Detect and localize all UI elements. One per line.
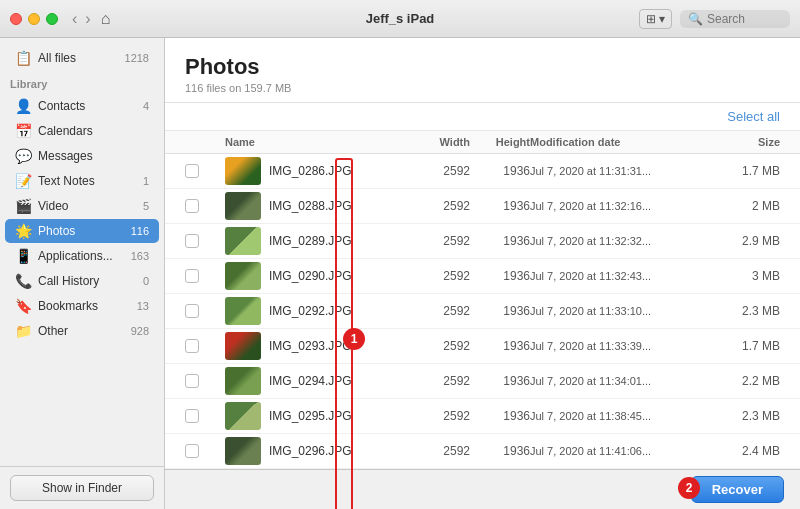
content-toolbar: Select all [165, 103, 800, 131]
thumbnail-7 [225, 402, 261, 430]
table-row[interactable]: IMG_0294.JPG 2592 1936 Jul 7, 2020 at 11… [165, 364, 800, 399]
applications-label: Applications... [38, 249, 131, 263]
table-row[interactable]: IMG_0290.JPG 2592 1936 Jul 7, 2020 at 11… [165, 259, 800, 294]
file-name-2: IMG_0289.JPG [269, 234, 352, 248]
table-row[interactable]: IMG_0289.JPG 2592 1936 Jul 7, 2020 at 11… [165, 224, 800, 259]
select-all-button[interactable]: Select all [727, 109, 780, 124]
checkbox-2[interactable] [185, 234, 199, 248]
sidebar-item-all-files[interactable]: 📋 All files 1218 [5, 46, 159, 70]
bookmarks-label: Bookmarks [38, 299, 137, 313]
sidebar-item-video[interactable]: 🎬 Video 5 [5, 194, 159, 218]
table-row[interactable]: IMG_0293.JPG 2592 1936 Jul 7, 2020 at 11… [165, 329, 800, 364]
col-header-size: Size [710, 136, 780, 148]
sidebar-bottom: Show in Finder [0, 466, 164, 509]
sidebar-item-photos[interactable]: 🌟 Photos 116 [5, 219, 159, 243]
maximize-button[interactable] [46, 13, 58, 25]
thumbnail-4 [225, 297, 261, 325]
cell-date-8: Jul 7, 2020 at 11:41:06... [530, 445, 710, 457]
row-checkbox-4[interactable] [185, 304, 225, 318]
title-bar: ‹ › ⌂ Jeff_s iPad ⊞ ▾ 🔍 [0, 0, 800, 38]
sidebar-item-bookmarks[interactable]: 🔖 Bookmarks 13 [5, 294, 159, 318]
title-right: ⊞ ▾ 🔍 [639, 9, 790, 29]
video-icon: 🎬 [15, 198, 31, 214]
cell-width-1: 2592 [410, 199, 470, 213]
window-title: Jeff_s iPad [366, 11, 435, 26]
checkbox-4[interactable] [185, 304, 199, 318]
photos-count: 116 [131, 225, 149, 237]
home-button[interactable]: ⌂ [101, 10, 111, 28]
checkbox-0[interactable] [185, 164, 199, 178]
checkbox-6[interactable] [185, 374, 199, 388]
close-button[interactable] [10, 13, 22, 25]
cell-size-5: 1.7 MB [710, 339, 780, 353]
back-button[interactable]: ‹ [70, 11, 79, 27]
thumbnail-2 [225, 227, 261, 255]
row-checkbox-3[interactable] [185, 269, 225, 283]
cell-height-1: 1936 [470, 199, 530, 213]
table-row[interactable]: IMG_0286.JPG 2592 1936 Jul 7, 2020 at 11… [165, 154, 800, 189]
table-row[interactable]: IMG_0296.JPG 2592 1936 Jul 7, 2020 at 11… [165, 434, 800, 469]
table-row[interactable]: IMG_0292.JPG 2592 1936 Jul 7, 2020 at 11… [165, 294, 800, 329]
cell-size-7: 2.3 MB [710, 409, 780, 423]
recover-button[interactable]: Recover [691, 476, 784, 503]
col-header-height: Height [470, 136, 530, 148]
search-input[interactable] [707, 12, 787, 26]
sidebar-scroll-area: 📋 All files 1218 Library 👤 Contacts 4 📅 … [0, 38, 164, 466]
traffic-lights [10, 13, 58, 25]
row-checkbox-2[interactable] [185, 234, 225, 248]
search-icon: 🔍 [688, 12, 703, 26]
col-header-width: Width [410, 136, 470, 148]
page-title: Photos [185, 54, 780, 80]
cell-height-6: 1936 [470, 374, 530, 388]
checkbox-7[interactable] [185, 409, 199, 423]
sidebar-item-messages[interactable]: 💬 Messages [5, 144, 159, 168]
cell-height-2: 1936 [470, 234, 530, 248]
sidebar-item-call-history[interactable]: 📞 Call History 0 [5, 269, 159, 293]
cell-height-8: 1936 [470, 444, 530, 458]
file-name-1: IMG_0288.JPG [269, 199, 352, 213]
sidebar-item-applications[interactable]: 📱 Applications... 163 [5, 244, 159, 268]
checkbox-3[interactable] [185, 269, 199, 283]
cell-width-5: 2592 [410, 339, 470, 353]
cell-height-7: 1936 [470, 409, 530, 423]
file-name-5: IMG_0293.JPG [269, 339, 352, 353]
messages-icon: 💬 [15, 148, 31, 164]
row-checkbox-7[interactable] [185, 409, 225, 423]
applications-count: 163 [131, 250, 149, 262]
row-checkbox-6[interactable] [185, 374, 225, 388]
sidebar-item-other[interactable]: 📁 Other 928 [5, 319, 159, 343]
sidebar-item-calendars[interactable]: 📅 Calendars [5, 119, 159, 143]
badge-1: 1 [343, 328, 365, 350]
cell-width-2: 2592 [410, 234, 470, 248]
text-notes-count: 1 [143, 175, 149, 187]
thumbnail-8 [225, 437, 261, 465]
text-notes-label: Text Notes [38, 174, 143, 188]
view-toggle-button[interactable]: ⊞ ▾ [639, 9, 672, 29]
cell-size-3: 3 MB [710, 269, 780, 283]
call-history-count: 0 [143, 275, 149, 287]
forward-button[interactable]: › [83, 11, 92, 27]
table-header: Name Width Height Modification date Size [165, 131, 800, 154]
sidebar-item-text-notes[interactable]: 📝 Text Notes 1 [5, 169, 159, 193]
table-row[interactable]: IMG_0288.JPG 2592 1936 Jul 7, 2020 at 11… [165, 189, 800, 224]
show-in-finder-button[interactable]: Show in Finder [10, 475, 154, 501]
row-checkbox-0[interactable] [185, 164, 225, 178]
row-checkbox-8[interactable] [185, 444, 225, 458]
row-name-5: IMG_0293.JPG [225, 332, 410, 360]
library-section-label: Library [0, 70, 164, 94]
sidebar-item-contacts[interactable]: 👤 Contacts 4 [5, 94, 159, 118]
checkbox-5[interactable] [185, 339, 199, 353]
file-name-7: IMG_0295.JPG [269, 409, 352, 423]
file-name-6: IMG_0294.JPG [269, 374, 352, 388]
checkbox-8[interactable] [185, 444, 199, 458]
cell-size-2: 2.9 MB [710, 234, 780, 248]
cell-size-8: 2.4 MB [710, 444, 780, 458]
content-wrapper: 1 2 Photos 116 files on 159.7 MB Select … [165, 38, 800, 509]
calendars-label: Calendars [38, 124, 149, 138]
table-row[interactable]: IMG_0295.JPG 2592 1936 Jul 7, 2020 at 11… [165, 399, 800, 434]
checkbox-1[interactable] [185, 199, 199, 213]
cell-width-8: 2592 [410, 444, 470, 458]
row-checkbox-5[interactable] [185, 339, 225, 353]
row-checkbox-1[interactable] [185, 199, 225, 213]
minimize-button[interactable] [28, 13, 40, 25]
